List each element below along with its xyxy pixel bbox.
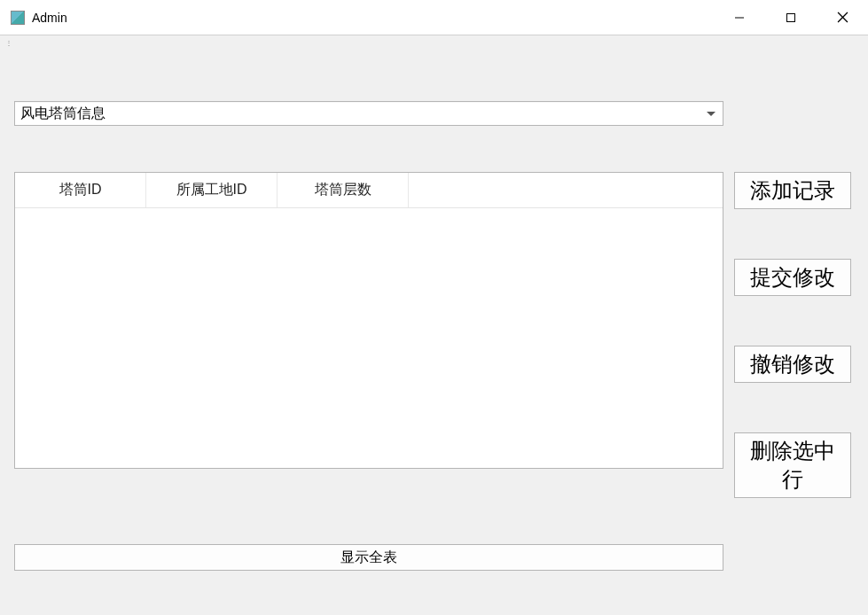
data-table[interactable]: 塔筒ID 所属工地ID 塔筒层数 — [14, 172, 723, 469]
column-header[interactable]: 塔筒ID — [15, 173, 146, 207]
chevron-down-icon — [707, 112, 716, 116]
delete-selected-button[interactable]: 删除选中行 — [734, 432, 851, 498]
table-header-row: 塔筒ID 所属工地ID 塔筒层数 — [15, 173, 723, 208]
titlebar: Admin — [0, 0, 868, 35]
window-controls — [714, 0, 868, 35]
column-header[interactable]: 所属工地ID — [146, 173, 278, 207]
toolbar-grip-icon: ⋮ — [5, 39, 11, 44]
show-all-label: 显示全表 — [340, 549, 397, 567]
window-title: Admin — [32, 11, 67, 25]
close-button[interactable] — [817, 0, 868, 35]
column-header[interactable]: 塔筒层数 — [278, 173, 409, 207]
side-button-panel: 添加记录 提交修改 撤销修改 删除选中行 — [734, 172, 851, 498]
app-icon — [11, 11, 25, 25]
svg-rect-1 — [787, 13, 795, 21]
add-record-button[interactable]: 添加记录 — [734, 172, 851, 209]
table-select-dropdown[interactable]: 风电塔筒信息 — [14, 101, 723, 126]
minimize-button[interactable] — [714, 0, 765, 35]
dropdown-selected-value: 风电塔筒信息 — [20, 105, 106, 123]
content-area: ⋮ 风电塔筒信息 塔筒ID 所属工地ID 塔筒层数 添加记录 提交修改 撤销修改… — [0, 35, 868, 615]
maximize-button[interactable] — [765, 0, 817, 35]
revert-changes-button[interactable]: 撤销修改 — [734, 346, 851, 383]
show-all-button[interactable]: 显示全表 — [14, 544, 723, 571]
commit-changes-button[interactable]: 提交修改 — [734, 259, 851, 296]
